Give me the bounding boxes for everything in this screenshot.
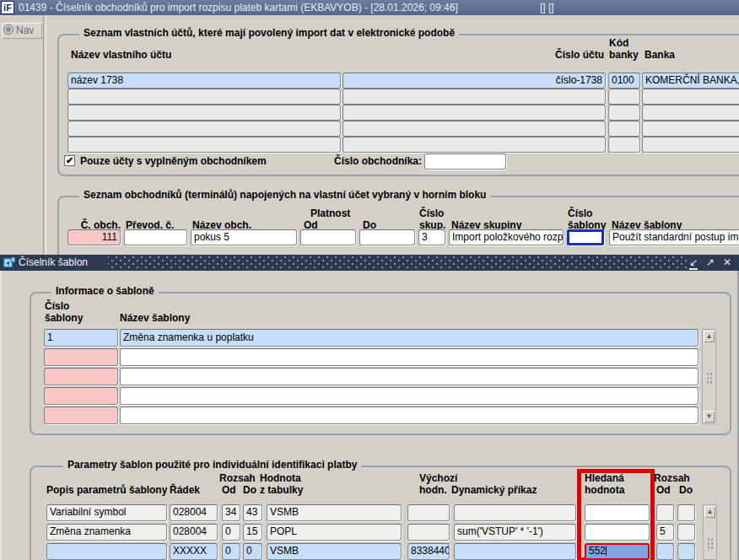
dialog-minimize-button[interactable]: ↙ (685, 255, 702, 271)
template-name-field[interactable]: Použít standardní postup importu (609, 229, 739, 245)
template-number-field[interactable] (44, 368, 118, 385)
window-title-brackets: [] [] (540, 0, 554, 15)
col-header-search-1: Hledaná (585, 472, 624, 484)
bank-code-field[interactable] (608, 137, 640, 153)
dialog-maximize-button[interactable]: ↗ (702, 255, 719, 271)
template-name-field[interactable] (120, 348, 699, 366)
param-range-from-field[interactable]: 5 (656, 524, 674, 541)
param-range-to-field[interactable] (677, 524, 695, 541)
param-search-field[interactable] (585, 504, 650, 521)
param-default-field[interactable] (407, 524, 450, 541)
group-name-field[interactable]: Import položkového rozpisu (449, 229, 564, 245)
param-range-from-field[interactable] (656, 543, 674, 560)
param-table-value-field[interactable]: VSMB (267, 504, 402, 521)
param-to-field[interactable]: 0 (243, 543, 262, 560)
bank-field[interactable] (642, 121, 739, 137)
account-name-field[interactable] (67, 105, 341, 121)
bank-code-field[interactable] (608, 105, 640, 121)
col-header-table-value-2: z tabulky (260, 484, 303, 496)
transfer-no-field[interactable] (124, 229, 187, 245)
param-from-field[interactable]: 34 (222, 504, 240, 521)
window-title: 01439 - Číselník obchodníků pro import r… (19, 0, 458, 15)
col-header-group-1: Číslo (419, 207, 444, 219)
scroll-down-button[interactable]: ▼ (704, 411, 715, 423)
template-params-title: Parametry šablon použité pro individuáln… (63, 459, 361, 471)
main-title-bar: iF 01439 - Číselník obchodníků pro impor… (0, 0, 739, 15)
merchants-group-title: Seznam obchodníků (terminálů) napojených… (79, 189, 490, 201)
param-from-field[interactable]: 0 (222, 543, 240, 560)
param-desc-field[interactable]: Změna znamenka (46, 524, 167, 541)
col-header-template-1: Číslo (568, 207, 592, 219)
bank-code-field[interactable] (608, 89, 640, 105)
bank-code-field[interactable] (608, 121, 640, 137)
param-table-value-field[interactable]: VSMB (267, 543, 402, 560)
col-header-bank: Banka (645, 49, 675, 61)
scrollbar-thumb[interactable] (706, 372, 713, 384)
param-desc-field[interactable]: Variabilní symbol (46, 504, 167, 521)
template-number-field[interactable]: 1 (44, 329, 118, 347)
col-header-validity: Platnost (310, 207, 350, 219)
dialog-close-button[interactable]: ✕ (719, 255, 736, 271)
template-name-field[interactable] (120, 407, 699, 424)
account-name-field[interactable]: název 1738 (67, 73, 341, 89)
param-desc-field[interactable] (46, 543, 167, 560)
col-header-param-desc: Popis parametrů šablony (46, 484, 167, 496)
account-number-field[interactable] (343, 121, 606, 137)
param-dynamic-field[interactable]: sum('VSTUP' * '-1') (454, 524, 576, 541)
bank-code-field[interactable]: 0100 (608, 73, 640, 89)
valid-to-field[interactable] (359, 229, 415, 245)
col-header-template-number-2: šablony (45, 312, 83, 324)
param-to-field[interactable]: 43 (243, 504, 262, 521)
account-number-field[interactable] (343, 105, 606, 121)
nav-radio-icon (3, 24, 13, 35)
group-no-field[interactable]: 3 (418, 229, 445, 245)
account-number-field[interactable] (343, 89, 606, 105)
merchant-name-field[interactable]: pokus 5 (191, 229, 297, 245)
bank-field[interactable] (642, 105, 739, 121)
bank-field[interactable]: KOMERČNÍ BANKA, A.S. (642, 73, 739, 89)
param-default-field[interactable]: 8338440 (407, 543, 450, 560)
account-name-field[interactable] (67, 89, 341, 105)
account-name-field[interactable] (67, 137, 341, 153)
param-search-field-active[interactable]: 552 (585, 543, 650, 560)
template-no-field-focused[interactable] (567, 229, 604, 245)
param-line-field[interactable]: XXXXX (170, 543, 218, 560)
template-name-field[interactable] (120, 368, 699, 385)
template-list-scrollbar[interactable]: ▲ ▼ (702, 329, 716, 424)
template-number-field[interactable] (44, 348, 118, 366)
param-to-field[interactable]: 15 (243, 524, 262, 541)
account-name-field[interactable] (67, 121, 341, 137)
template-number-field[interactable] (44, 387, 118, 405)
scroll-up-button[interactable]: ▲ (704, 506, 715, 518)
param-line-field[interactable]: 028004 (170, 524, 218, 541)
account-number-field[interactable]: číslo-1738 (343, 73, 606, 89)
nav-button[interactable]: Nav (2, 23, 42, 39)
template-name-field[interactable]: Změna znamenka u poplatku (120, 329, 699, 347)
merchant-number-input[interactable] (424, 153, 506, 170)
merchant-no-field[interactable]: 111 (67, 229, 121, 245)
param-table-value-field[interactable]: POPL (267, 524, 402, 541)
valid-from-field[interactable] (300, 229, 356, 245)
scrollbar-thumb[interactable] (707, 537, 714, 549)
param-range-to-field[interactable] (677, 543, 695, 560)
param-from-field[interactable]: 0 (222, 524, 240, 541)
col-header-search-2: hodnota (585, 484, 624, 496)
template-name-field[interactable] (120, 387, 699, 405)
param-dynamic-field[interactable] (454, 504, 576, 521)
col-header-od2: Od (656, 484, 671, 496)
param-search-field[interactable] (585, 524, 650, 541)
only-filled-merchant-checkbox[interactable]: ✔ (64, 155, 75, 166)
scroll-up-button[interactable]: ▲ (704, 331, 715, 342)
app-icon: iF (1, 1, 14, 14)
param-dynamic-field[interactable] (454, 543, 576, 560)
params-list-scrollbar[interactable]: ▲ (703, 504, 717, 560)
param-range-to-field[interactable] (677, 504, 695, 521)
accounts-group-title: Seznam vlastních účtů, které mají povole… (79, 27, 459, 39)
account-number-field[interactable] (343, 137, 606, 153)
param-line-field[interactable]: 028004 (170, 504, 218, 521)
param-range-from-field[interactable] (656, 504, 674, 521)
bank-field[interactable] (642, 137, 739, 153)
param-default-field[interactable] (407, 504, 450, 521)
template-number-field[interactable] (44, 407, 118, 424)
bank-field[interactable] (642, 89, 739, 105)
